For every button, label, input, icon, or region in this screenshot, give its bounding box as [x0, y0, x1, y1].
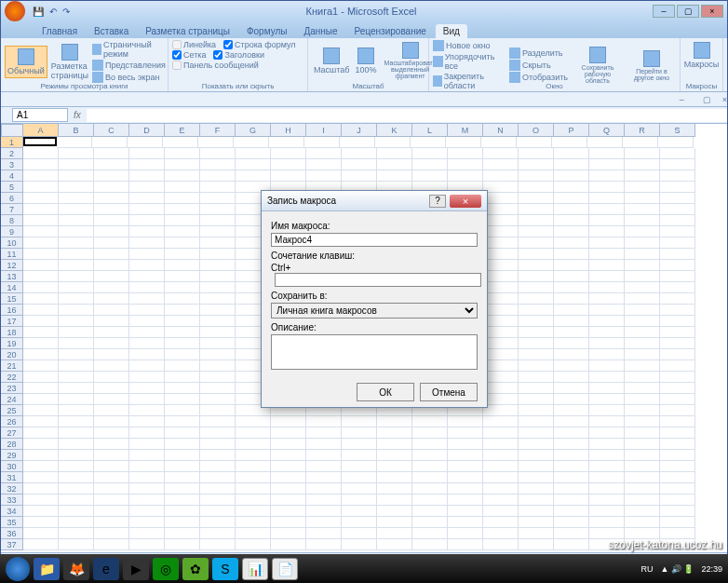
tb-media-icon[interactable]: ▶	[123, 558, 149, 580]
col-header[interactable]: R	[625, 124, 660, 137]
cell[interactable]	[554, 293, 589, 305]
cell[interactable]	[129, 495, 165, 506]
cell[interactable]	[483, 495, 519, 506]
cell[interactable]	[271, 495, 306, 506]
cell[interactable]	[448, 472, 483, 483]
col-header[interactable]: S	[660, 124, 695, 137]
row-header[interactable]: 3	[1, 159, 23, 170]
cell[interactable]	[625, 439, 660, 450]
tb-explorer-icon[interactable]: 📁	[34, 558, 60, 580]
cell[interactable]	[165, 495, 200, 506]
cell[interactable]	[589, 461, 625, 472]
cell[interactable]	[306, 427, 342, 439]
cell[interactable]	[271, 483, 306, 495]
cell[interactable]	[165, 539, 200, 550]
cell[interactable]	[412, 539, 448, 550]
cell[interactable]	[554, 472, 589, 483]
cell[interactable]	[23, 226, 59, 237]
cell[interactable]	[554, 237, 589, 249]
cell[interactable]	[23, 483, 59, 495]
cell[interactable]	[660, 360, 695, 372]
cell[interactable]	[236, 539, 271, 550]
cell[interactable]	[23, 293, 59, 305]
cell[interactable]	[554, 439, 589, 450]
ok-button[interactable]: ОК	[357, 383, 414, 401]
tb-app-1-icon[interactable]: ◎	[153, 558, 179, 580]
cell[interactable]	[234, 137, 269, 148]
cell[interactable]	[200, 271, 236, 282]
cell[interactable]	[94, 204, 129, 215]
cell[interactable]	[129, 405, 165, 416]
cell[interactable]	[412, 528, 448, 539]
cell[interactable]	[377, 461, 412, 472]
cell[interactable]	[660, 148, 695, 159]
cell[interactable]	[483, 249, 519, 260]
cell[interactable]	[200, 338, 236, 349]
cell[interactable]	[519, 506, 554, 517]
cell[interactable]	[660, 170, 695, 182]
cell[interactable]	[165, 450, 200, 461]
cell[interactable]	[483, 282, 519, 293]
cell[interactable]	[165, 249, 200, 260]
cell[interactable]	[519, 338, 554, 349]
cell[interactable]	[59, 170, 94, 182]
cell[interactable]	[554, 360, 589, 372]
cell[interactable]	[129, 539, 165, 550]
cell[interactable]	[483, 338, 519, 349]
row-header[interactable]: 13	[1, 271, 23, 282]
cell[interactable]	[412, 517, 448, 528]
cell[interactable]	[271, 427, 306, 439]
cell[interactable]	[23, 427, 59, 439]
cell[interactable]	[129, 461, 165, 472]
cell[interactable]	[94, 282, 129, 293]
row-header[interactable]: 30	[1, 461, 23, 472]
cell[interactable]	[483, 170, 519, 182]
chk-formula-bar[interactable]: Строка формул	[223, 40, 296, 49]
cell[interactable]	[377, 148, 412, 159]
cell[interactable]	[129, 237, 165, 249]
cell[interactable]	[625, 327, 660, 338]
cell[interactable]	[59, 260, 94, 271]
cell[interactable]	[554, 528, 589, 539]
cell[interactable]	[200, 383, 236, 394]
cell[interactable]	[519, 416, 554, 427]
cell[interactable]	[554, 517, 589, 528]
cell[interactable]	[129, 282, 165, 293]
store-in-select[interactable]: Личная книга макросов	[271, 303, 478, 319]
cell[interactable]	[198, 137, 234, 148]
cell[interactable]	[377, 517, 412, 528]
cell[interactable]	[377, 472, 412, 483]
cell[interactable]	[165, 405, 200, 416]
cell[interactable]	[589, 293, 625, 305]
tb-ie-icon[interactable]: e	[93, 558, 119, 580]
switch-windows[interactable]: Перейти в другое окно	[627, 48, 676, 83]
cell[interactable]	[59, 338, 94, 349]
col-header[interactable]: J	[342, 124, 377, 137]
cell[interactable]	[483, 528, 519, 539]
cell[interactable]	[271, 416, 306, 427]
cell[interactable]	[165, 327, 200, 338]
cell[interactable]	[59, 182, 94, 193]
cell[interactable]	[589, 495, 625, 506]
cell[interactable]	[660, 372, 695, 383]
cell[interactable]	[129, 159, 165, 170]
cell[interactable]	[306, 416, 342, 427]
cell[interactable]	[59, 327, 94, 338]
cell[interactable]	[519, 450, 554, 461]
cell[interactable]	[306, 461, 342, 472]
cell[interactable]	[660, 517, 695, 528]
cell[interactable]	[165, 148, 200, 159]
cell[interactable]	[519, 439, 554, 450]
cell[interactable]	[165, 226, 200, 237]
cell[interactable]	[57, 137, 92, 148]
cell[interactable]	[129, 338, 165, 349]
cell[interactable]	[129, 249, 165, 260]
cell[interactable]	[412, 483, 448, 495]
cell[interactable]	[554, 327, 589, 338]
cell[interactable]	[165, 215, 200, 226]
cell[interactable]	[59, 506, 94, 517]
cell[interactable]	[342, 450, 377, 461]
row-header[interactable]: 5	[1, 182, 23, 193]
row-header[interactable]: 29	[1, 450, 23, 461]
tab-1[interactable]: Вставка	[87, 24, 136, 38]
